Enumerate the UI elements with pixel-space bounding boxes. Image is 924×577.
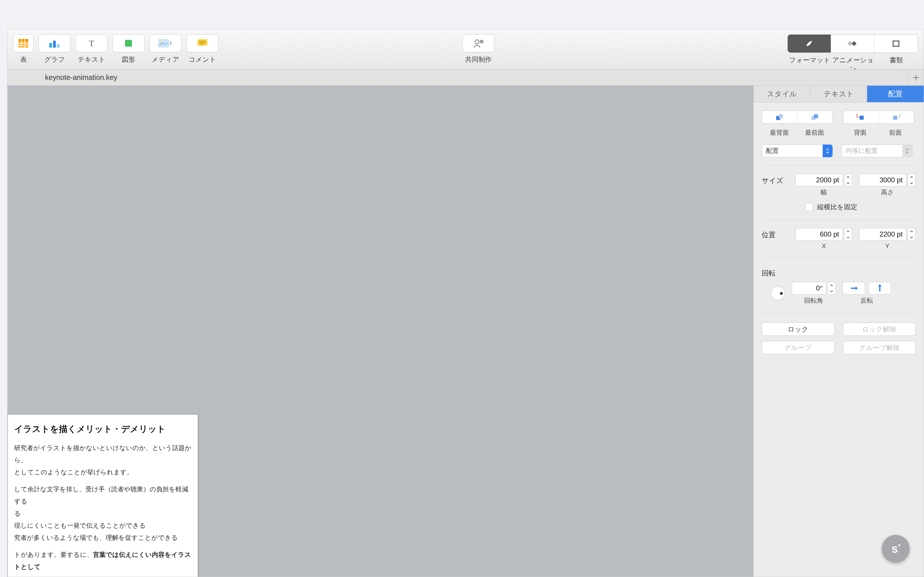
svg-rect-21	[851, 41, 856, 46]
caret-up-icon	[844, 174, 852, 180]
inspector-mode-document[interactable]	[874, 35, 918, 53]
toolbar-table-button[interactable]: 表	[13, 34, 34, 64]
slide-line: トがあります。要するに、言葉では伝えにくい内容をイラストとして	[14, 549, 191, 573]
bring-to-front-icon	[811, 114, 819, 121]
svg-rect-6	[49, 43, 52, 48]
table-icon	[13, 34, 34, 52]
slide-line: 研究者がイラストを描かないといけないのか、という話題から。	[14, 442, 191, 466]
position-y-sublabel: Y	[885, 242, 890, 250]
inspector-tabs: スタイル テキスト 配置	[754, 86, 924, 102]
width-sublabel: 幅	[821, 188, 827, 197]
toolbar-table-label: 表	[20, 55, 27, 64]
send-backward-icon	[856, 114, 866, 121]
toolbar-chart-label: グラフ	[44, 55, 65, 64]
rotation-angle-sublabel: 回転角	[804, 296, 823, 305]
width-stepper[interactable]	[844, 174, 852, 186]
slide-heading: イラストを描くメリット・デメリット	[14, 423, 191, 435]
canvas[interactable]: イラストを描くメリット・デメリット 研究者がイラストを描かないといけないのか、と…	[8, 86, 753, 577]
lock-aspect-label: 縦横比を固定	[817, 203, 857, 211]
height-stepper[interactable]	[908, 174, 916, 186]
add-tab-button[interactable]	[908, 69, 924, 86]
inspector-mode-animate[interactable]	[831, 35, 874, 53]
flip-vertical-button[interactable]	[869, 282, 891, 295]
position-x-stepper[interactable]	[844, 228, 852, 241]
comment-icon	[187, 34, 218, 52]
brush-icon	[805, 40, 814, 48]
selected-text-object[interactable]: イラストを描くメリット・デメリット 研究者がイラストを描かないといけないのか、と…	[8, 414, 198, 577]
ungroup-button[interactable]: グループ解除	[843, 341, 916, 354]
svg-marker-36	[878, 284, 882, 287]
svg-rect-1	[18, 39, 28, 41]
svg-marker-32	[899, 114, 901, 116]
position-y-field[interactable]: 2200 pt	[859, 228, 906, 241]
animate-icon	[848, 40, 858, 47]
caret-down-icon	[908, 180, 915, 186]
caret-up-icon	[908, 228, 915, 234]
height-field[interactable]: 3000 pt	[859, 174, 906, 186]
position-x-sublabel: X	[822, 242, 826, 250]
send-backward-label: 背面	[843, 128, 878, 137]
toolbar-text-button[interactable]: T テキスト	[76, 34, 107, 64]
toolbar-shape-button[interactable]: 図形	[113, 34, 144, 64]
layer-step-group	[843, 111, 914, 124]
inspector-mode-format[interactable]	[788, 35, 831, 53]
bring-to-front-label: 最前面	[797, 128, 832, 137]
svg-rect-8	[57, 44, 60, 48]
toolbar-shape-label: 図形	[122, 55, 135, 64]
bring-forward-button[interactable]	[879, 111, 914, 124]
tab-text[interactable]: テキスト	[811, 86, 867, 102]
chevron-updown-icon	[823, 145, 832, 157]
align-select[interactable]: 配置	[762, 145, 833, 157]
width-field[interactable]: 2000 pt	[795, 174, 843, 186]
position-y-stepper[interactable]	[908, 228, 916, 241]
position-label: 位置	[762, 228, 788, 239]
position-x-field[interactable]: 600 pt	[795, 228, 843, 241]
caret-down-icon	[844, 180, 852, 186]
rotation-label: 回転	[762, 266, 793, 278]
document-tab-title: keynote-animation.key	[45, 73, 117, 82]
rotation-angle-stepper[interactable]	[827, 282, 836, 295]
lock-button[interactable]: ロック	[762, 322, 835, 336]
badge-text: s*	[892, 542, 900, 555]
rotation-dial[interactable]	[771, 287, 785, 300]
toolbar-chart-button[interactable]: グラフ	[39, 34, 71, 64]
bring-to-front-button[interactable]	[797, 111, 832, 124]
rotation-angle-field[interactable]: 0°	[792, 282, 826, 295]
toolbar-collaborate-button[interactable]: 共同制作	[463, 34, 494, 64]
toolbar-media-button[interactable]: メディア	[150, 34, 181, 64]
toolbar-comment-label: コメント	[189, 55, 216, 64]
layer-back-group	[762, 111, 833, 124]
flip-sublabel: 反転	[861, 296, 873, 305]
flip-horizontal-button[interactable]	[843, 282, 865, 295]
group-button[interactable]: グループ	[762, 341, 835, 354]
toolbar-collaborate-label: 共同制作	[465, 55, 492, 64]
caret-down-icon	[844, 234, 852, 240]
distribute-select[interactable]: 均等に配置	[842, 145, 913, 157]
floating-badge[interactable]: s*	[882, 535, 909, 562]
slide-line: して余計な文字を排し、受け手（読者や聴衆）の負担を軽減する	[14, 483, 191, 508]
media-icon	[150, 34, 181, 52]
caret-down-icon	[908, 234, 915, 240]
slide-line: 究者が多くいるような場でも、理解を促すことができる	[14, 532, 191, 544]
send-to-back-label: 最背面	[762, 128, 797, 137]
lock-aspect-checkbox[interactable]	[805, 203, 813, 211]
text-icon: T	[76, 34, 107, 52]
tab-style[interactable]: スタイル	[754, 86, 811, 102]
height-sublabel: 高さ	[881, 188, 894, 197]
svg-rect-31	[893, 116, 897, 120]
send-to-back-button[interactable]	[762, 111, 797, 124]
svg-rect-29	[859, 116, 864, 120]
unlock-button[interactable]: ロック解除	[843, 322, 916, 336]
svg-point-16	[475, 40, 479, 44]
toolbar-comment-button[interactable]: コメント	[187, 34, 218, 64]
align-select-value: 配置	[766, 147, 779, 155]
svg-rect-26	[779, 114, 783, 118]
toolbar-text-label: テキスト	[78, 55, 105, 64]
send-backward-button[interactable]	[843, 111, 879, 124]
shape-icon	[113, 34, 144, 52]
tab-arrange[interactable]: 配置	[867, 86, 924, 102]
size-label: サイズ	[762, 174, 788, 185]
document-tab[interactable]: keynote-animation.key	[8, 69, 129, 85]
chevron-updown-icon	[902, 145, 912, 157]
chart-icon	[39, 34, 71, 52]
